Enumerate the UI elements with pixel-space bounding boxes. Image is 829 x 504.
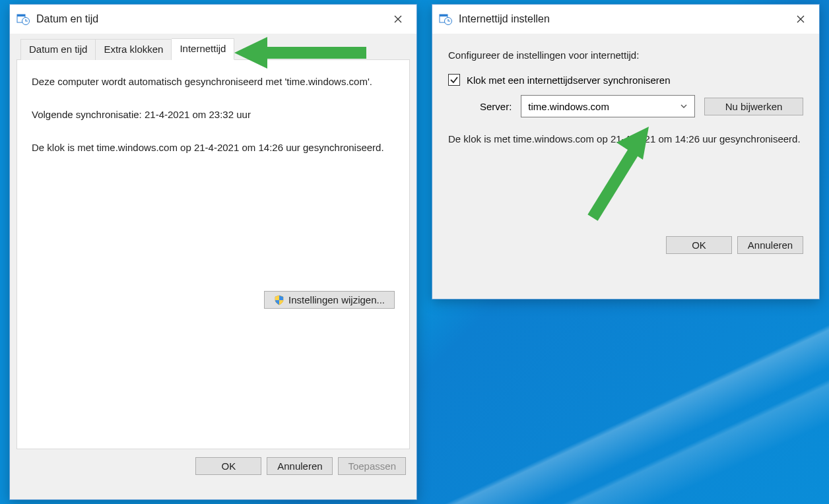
- sync-info-text: Deze computer wordt automatisch gesynchr…: [32, 75, 395, 89]
- window-title: Datum en tijd: [36, 13, 383, 25]
- svg-rect-1: [17, 15, 25, 16]
- cancel-button[interactable]: Annuleren: [267, 457, 333, 475]
- sync-status-text: De klok is met time.windows.com op 21-4-…: [448, 132, 803, 146]
- ok-button[interactable]: OK: [195, 457, 261, 475]
- shield-icon: [274, 295, 284, 305]
- last-sync-text: De klok is met time.windows.com op 21-4-…: [32, 141, 395, 155]
- date-time-dialog: Datum en tijd Datum en tijd Extra klokke…: [9, 4, 417, 500]
- internet-time-settings-dialog: Internettijd instellen Configureer de in…: [432, 4, 820, 299]
- titlebar: Internettijd instellen: [432, 5, 819, 34]
- close-button[interactable]: [383, 9, 413, 30]
- change-settings-label: Instellingen wijzigen...: [288, 294, 385, 305]
- server-combobox[interactable]: time.windows.com: [521, 95, 695, 117]
- dialog-button-row: OK Annuleren Toepassen: [17, 449, 410, 479]
- config-heading: Configureer de instellingen voor interne…: [448, 49, 803, 61]
- chevron-down-icon: [680, 101, 688, 112]
- sync-checkbox[interactable]: [448, 74, 460, 86]
- sync-checkbox-label: Klok met een internettijdserver synchron…: [467, 75, 670, 86]
- tab-row: Datum en tijd Extra klokken Internettijd: [17, 38, 410, 60]
- titlebar: Datum en tijd: [10, 5, 416, 34]
- apply-button: Toepassen: [338, 457, 406, 475]
- server-label: Server:: [480, 101, 512, 112]
- ok-button[interactable]: OK: [666, 236, 732, 254]
- cancel-button[interactable]: Annuleren: [737, 236, 803, 254]
- tab-extra-clocks[interactable]: Extra klokken: [96, 39, 172, 60]
- window-title: Internettijd instellen: [459, 13, 786, 25]
- svg-rect-4: [440, 15, 448, 16]
- update-now-button[interactable]: Nu bijwerken: [704, 98, 803, 115]
- clock-calendar-icon: [439, 13, 452, 26]
- close-button[interactable]: [786, 9, 815, 30]
- tab-date-time[interactable]: Datum en tijd: [20, 39, 96, 60]
- tab-internet-time[interactable]: Internettijd: [172, 38, 234, 60]
- tab-content: Deze computer wordt automatisch gesynchr…: [17, 60, 410, 449]
- clock-calendar-icon: [17, 13, 30, 26]
- dialog-button-row: OK Annuleren: [448, 232, 803, 254]
- change-settings-button[interactable]: Instellingen wijzigen...: [264, 291, 395, 309]
- server-value: time.windows.com: [528, 101, 609, 112]
- next-sync-text: Volgende synchronisatie: 21-4-2021 om 23…: [32, 108, 395, 122]
